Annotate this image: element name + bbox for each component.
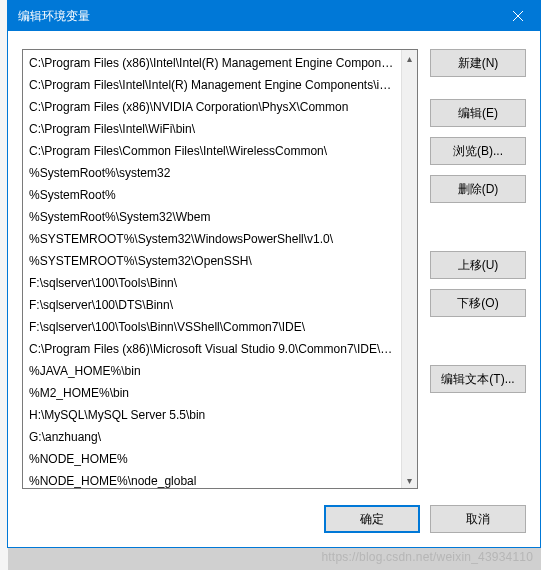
button-column: 新建(N) 编辑(E) 浏览(B)... 删除(D) 上移(U) 下移(O) 编…	[430, 49, 526, 489]
list-item[interactable]: C:\Program Files (x86)\Intel\Intel(R) Ma…	[23, 52, 401, 74]
list-item[interactable]: H:\MySQL\MySQL Server 5.5\bin	[23, 404, 401, 426]
list-item[interactable]: C:\Program Files (x86)\Microsoft Visual …	[23, 338, 401, 360]
list-item[interactable]: C:\Program Files\Intel\Intel(R) Manageme…	[23, 74, 401, 96]
close-button[interactable]	[495, 1, 540, 31]
ok-button[interactable]: 确定	[324, 505, 420, 533]
list-item[interactable]: %SYSTEMROOT%\System32\WindowsPowerShell\…	[23, 228, 401, 250]
edit-text-button[interactable]: 编辑文本(T)...	[430, 365, 526, 393]
window-title: 编辑环境变量	[18, 8, 90, 25]
list-item[interactable]: C:\Program Files\Common Files\Intel\Wire…	[23, 140, 401, 162]
spacer	[430, 213, 526, 241]
scroll-up-icon[interactable]: ▴	[402, 50, 417, 66]
move-up-button[interactable]: 上移(U)	[430, 251, 526, 279]
scroll-down-icon[interactable]: ▾	[402, 472, 417, 488]
list-item[interactable]: G:\anzhuang\	[23, 426, 401, 448]
list-item[interactable]: %SystemRoot%	[23, 184, 401, 206]
list-item[interactable]: F:\sqlserver\100\Tools\Binn\VSShell\Comm…	[23, 316, 401, 338]
path-listbox[interactable]: C:\Program Files (x86)\Intel\Intel(R) Ma…	[22, 49, 418, 489]
watermark-text: https://blog.csdn.net/weixin_43934110	[321, 550, 533, 564]
vertical-scrollbar[interactable]: ▴ ▾	[401, 50, 417, 488]
list-item[interactable]: %SystemRoot%\system32	[23, 162, 401, 184]
new-button[interactable]: 新建(N)	[430, 49, 526, 77]
dialog-window: 编辑环境变量 C:\Program Files (x86)\Intel\Inte…	[7, 0, 541, 548]
spacer	[430, 327, 526, 355]
cancel-button[interactable]: 取消	[430, 505, 526, 533]
list-item[interactable]: %NODE_HOME%	[23, 448, 401, 470]
list-item[interactable]: F:\sqlserver\100\DTS\Binn\	[23, 294, 401, 316]
edit-button[interactable]: 编辑(E)	[430, 99, 526, 127]
close-icon	[513, 11, 523, 21]
dialog-content: C:\Program Files (x86)\Intel\Intel(R) Ma…	[8, 31, 540, 547]
list-item[interactable]: %JAVA_HOME%\bin	[23, 360, 401, 382]
move-down-button[interactable]: 下移(O)	[430, 289, 526, 317]
list-item[interactable]: %SYSTEMROOT%\System32\OpenSSH\	[23, 250, 401, 272]
titlebar: 编辑环境变量	[8, 1, 540, 31]
list-item[interactable]: %NODE_HOME%\node_global	[23, 470, 401, 488]
list-item[interactable]: C:\Program Files\Intel\WiFi\bin\	[23, 118, 401, 140]
main-row: C:\Program Files (x86)\Intel\Intel(R) Ma…	[22, 49, 526, 489]
spacer	[430, 87, 526, 89]
delete-button[interactable]: 删除(D)	[430, 175, 526, 203]
list-item[interactable]: F:\sqlserver\100\Tools\Binn\	[23, 272, 401, 294]
list-item[interactable]: %SystemRoot%\System32\Wbem	[23, 206, 401, 228]
browse-button[interactable]: 浏览(B)...	[430, 137, 526, 165]
bottom-button-row: 确定 取消	[22, 489, 526, 533]
list-item[interactable]: %M2_HOME%\bin	[23, 382, 401, 404]
list-inner: C:\Program Files (x86)\Intel\Intel(R) Ma…	[23, 50, 401, 488]
list-item[interactable]: C:\Program Files (x86)\NVIDIA Corporatio…	[23, 96, 401, 118]
